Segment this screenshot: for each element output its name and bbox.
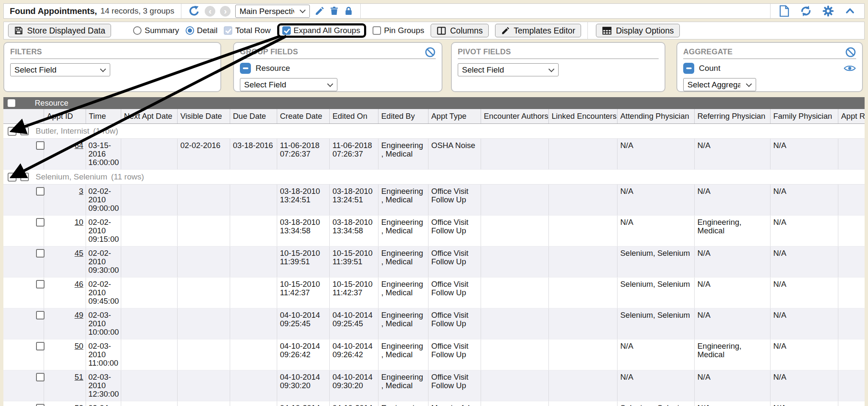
row-checkbox[interactable] (36, 280, 45, 288)
cell: 02-02-2010 09:30:00 (86, 246, 121, 277)
row-checkbox[interactable] (36, 311, 45, 319)
group-checkbox[interactable] (20, 173, 29, 181)
cell: Engineering, Medical (378, 185, 428, 216)
appt-id-link[interactable]: 49 (75, 311, 83, 319)
edit-pencil-icon[interactable] (314, 6, 325, 16)
detail-radio[interactable] (186, 26, 194, 35)
collapse-chevron-up-icon[interactable] (844, 6, 856, 16)
cell (177, 246, 230, 277)
filters-field-select[interactable]: Select Field (10, 63, 110, 76)
expand-all-groups-label: Expand All Groups (294, 26, 360, 35)
row-checkbox[interactable] (36, 187, 45, 196)
cell: 03-18-2010 13:34:58 (329, 216, 378, 246)
lock-icon[interactable] (344, 6, 353, 16)
appt-id-link[interactable]: 64 (75, 141, 83, 150)
cell: 02-03-2010 12:30:00 (86, 370, 121, 401)
cell: 03-18-2016 (230, 139, 277, 170)
column-header[interactable]: Appt Re (838, 109, 865, 124)
appt-id-link[interactable]: 10 (75, 218, 83, 227)
expand-all-groups-checkbox[interactable] (282, 26, 291, 35)
group-expand-button[interactable] (8, 127, 17, 136)
row-checkbox[interactable] (36, 249, 45, 258)
cell: N/A (694, 401, 770, 406)
summary-label: Summary (145, 26, 179, 35)
appt-id-link[interactable]: 3 (79, 187, 83, 196)
column-header[interactable]: Due Date (230, 109, 277, 124)
cell (481, 139, 548, 170)
next-icon[interactable]: › (220, 6, 231, 17)
row-checkbox[interactable] (36, 342, 45, 350)
display-options-button[interactable]: Display Options (596, 24, 680, 37)
column-header[interactable]: Attending Physician (617, 109, 694, 124)
summary-radio[interactable] (133, 26, 142, 35)
eye-icon[interactable] (843, 64, 856, 73)
cell: Engineering, Medical (694, 339, 770, 370)
column-header[interactable]: Time (86, 109, 121, 124)
refresh-icon[interactable] (800, 5, 812, 17)
detail-option[interactable]: Detail (186, 26, 218, 35)
previous-icon[interactable]: ‹ (205, 6, 215, 17)
column-header[interactable]: Create Date (277, 109, 329, 124)
columns-button[interactable]: Columns (431, 24, 489, 37)
clear-aggregates-ban-icon[interactable] (845, 47, 856, 58)
pivot-field-select[interactable]: Select Field (458, 63, 559, 76)
cell: N/A (694, 246, 770, 277)
column-header[interactable]: Linked Encounters (548, 109, 617, 124)
column-header[interactable]: Referring Physician (694, 109, 770, 124)
gear-icon[interactable] (822, 5, 834, 17)
cell: 02-02-2016 (177, 139, 230, 170)
trash-icon[interactable] (329, 6, 339, 16)
cell: Office Visit Follow Up (428, 339, 481, 370)
column-header[interactable]: Family Physician (770, 109, 838, 124)
cell (121, 216, 177, 246)
pin-groups-checkbox[interactable] (373, 26, 381, 35)
appt-id-link[interactable]: 50 (75, 342, 83, 350)
new-document-icon[interactable] (779, 5, 790, 17)
remove-count-icon[interactable] (683, 63, 694, 74)
undo-icon[interactable] (188, 5, 200, 17)
row-checkbox[interactable] (36, 141, 45, 150)
appt-id-link[interactable]: 53 (75, 403, 83, 406)
cell (481, 185, 548, 216)
row-checkbox[interactable] (36, 373, 45, 381)
group-checkbox[interactable] (20, 127, 29, 135)
appt-id-link[interactable]: 45 (75, 249, 83, 258)
column-header[interactable]: Appt ID (44, 109, 86, 124)
store-displayed-data-button[interactable]: Store Displayed Data (8, 24, 111, 37)
group-expand-button[interactable] (8, 173, 17, 182)
cell: 02-03-2010 11:00:00 (86, 339, 121, 370)
toolbar-divider (587, 22, 588, 39)
cell (121, 246, 177, 277)
templates-editor-button[interactable]: Templates Editor (495, 24, 581, 37)
column-header[interactable]: Next Apt Date (121, 109, 177, 124)
group-column-bar: Resource (3, 97, 865, 109)
cell: 03-15-2016 16:00:00 (86, 139, 121, 170)
aggregate-item: Count (683, 63, 856, 74)
filters-title: FILTERS (10, 48, 42, 56)
aggregate-item-label: Count (699, 64, 721, 73)
column-header[interactable]: Edited On (329, 109, 378, 124)
perspective-select[interactable]: Main Perspective (235, 5, 310, 18)
row-checkbox[interactable] (36, 218, 45, 227)
group-field-select[interactable]: Select Field (240, 78, 337, 91)
appt-id-link[interactable]: 46 (75, 280, 83, 288)
select-all-checkbox[interactable] (8, 99, 15, 107)
cell: N/A (617, 370, 694, 401)
column-header[interactable]: Visible Date (177, 109, 230, 124)
remove-resource-icon[interactable] (240, 63, 251, 74)
column-header[interactable] (3, 109, 44, 124)
column-header[interactable]: Edited By (378, 109, 428, 124)
appt-id-link[interactable]: 51 (75, 372, 83, 381)
record-count: 14 records, 3 groups (100, 6, 174, 16)
column-header[interactable]: Encounter Authors (481, 109, 548, 124)
summary-option[interactable]: Summary (133, 26, 179, 35)
column-header[interactable]: Appt Type (428, 109, 481, 124)
aggregate-header: AGGREGATE (683, 46, 856, 59)
cell: N/A (617, 185, 694, 216)
cell: 03-18-2010 13:24:51 (277, 185, 329, 216)
cell: 04-10-2014 09:30:20 (329, 370, 378, 401)
clear-groups-ban-icon[interactable] (425, 47, 436, 58)
aggregate-select[interactable]: Select Aggregate (683, 78, 756, 91)
pin-groups-option[interactable]: Pin Groups (373, 26, 424, 35)
row-checkbox[interactable] (36, 404, 45, 406)
